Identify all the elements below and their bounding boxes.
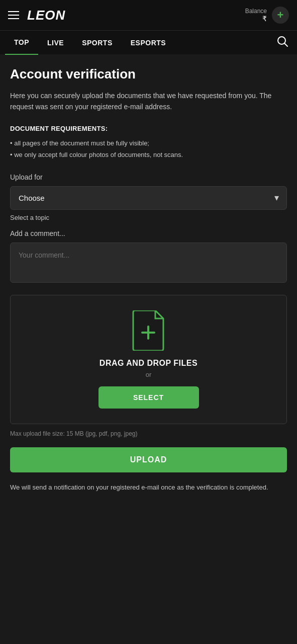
- main-content: Account verification Here you can secure…: [0, 54, 297, 505]
- menu-icon[interactable]: [8, 11, 19, 19]
- balance-amount: ₹: [262, 15, 267, 23]
- header-right: Balance ₹ +: [245, 7, 289, 24]
- choose-dropdown[interactable]: Choose: [10, 186, 287, 210]
- requirement-item-1: • all pages of the document must be full…: [10, 137, 287, 149]
- select-topic-text: Select a topic: [10, 214, 287, 221]
- upload-button[interactable]: UPLOAD: [10, 447, 287, 472]
- notification-text: We will send a notification on your regi…: [10, 482, 287, 493]
- upload-for-label: Upload for: [10, 173, 287, 181]
- add-funds-button[interactable]: +: [272, 7, 289, 24]
- file-upload-icon: [131, 310, 166, 351]
- balance-area: Balance ₹: [245, 8, 267, 23]
- max-file-size-text: Max upload file size: 15 MB (jpg, pdf, p…: [10, 430, 287, 437]
- select-button[interactable]: SELECT: [98, 386, 199, 409]
- svg-line-1: [285, 44, 288, 47]
- header: LEON Balance ₹ +: [0, 0, 297, 30]
- requirement-item-2: • we only accept full colour photos of d…: [10, 149, 287, 160]
- page-title: Account verification: [10, 66, 287, 82]
- comment-textarea[interactable]: [10, 243, 287, 283]
- nav-item-esports[interactable]: ESPORTS: [122, 31, 175, 55]
- svg-point-0: [278, 37, 285, 44]
- description-text: Here you can securely upload the documen…: [10, 90, 287, 113]
- add-comment-label: Add a comment...: [10, 229, 287, 237]
- nav-item-sports[interactable]: SPORTS: [73, 31, 122, 55]
- search-icon[interactable]: [273, 36, 292, 49]
- or-text: or: [146, 371, 152, 378]
- dropdown-wrapper: Choose ▾: [10, 186, 287, 210]
- balance-label: Balance: [245, 8, 267, 15]
- choose-placeholder: Choose: [19, 194, 45, 202]
- header-left: LEON: [8, 8, 65, 23]
- logo: LEON: [27, 8, 65, 23]
- nav-item-top[interactable]: TOP: [5, 31, 38, 55]
- dropzone[interactable]: DRAG AND DROP FILES or SELECT: [10, 295, 287, 424]
- requirements-list: • all pages of the document must be full…: [10, 137, 287, 161]
- nav-item-live[interactable]: LIVE: [38, 31, 73, 55]
- requirements-title: DOCUMENT REQUIREMENTS:: [10, 125, 287, 132]
- nav-bar: TOP LIVE SPORTS ESPORTS: [0, 30, 297, 54]
- drag-drop-text: DRAG AND DROP FILES: [100, 359, 197, 368]
